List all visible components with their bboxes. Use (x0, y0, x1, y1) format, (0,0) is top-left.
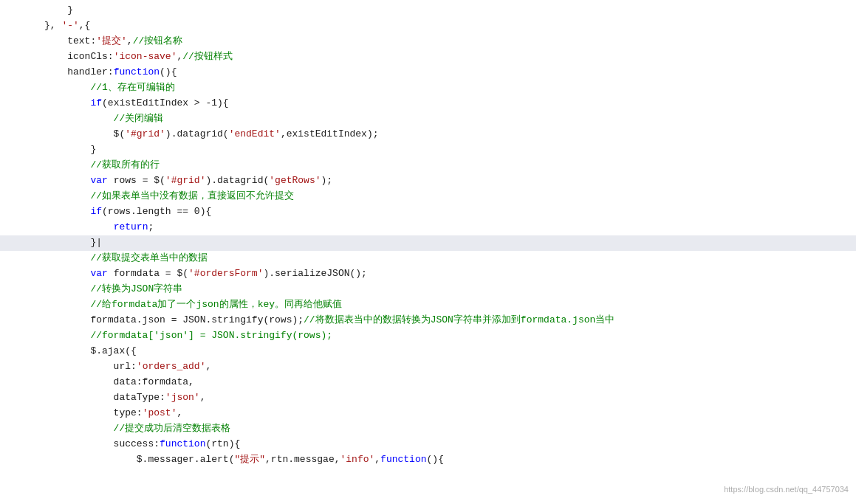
code-content: if(rows.length == 0){ (44, 204, 856, 220)
code-content: //转换为JSON字符串 (44, 282, 856, 297)
watermark: https://blog.csdn.net/qq_44757034 (724, 483, 849, 497)
code-line: //关闭编辑 (0, 111, 856, 127)
code-line: } (0, 3, 856, 18)
code-content: //关闭编辑 (44, 111, 856, 127)
code-line: handler:function(){ (0, 65, 856, 80)
code-line: type:'post', (0, 406, 856, 421)
code-content: data:formdata, (44, 375, 856, 390)
code-content: } (44, 3, 856, 18)
code-content: if(existEditIndex > -1){ (44, 96, 856, 111)
code-line: var rows = $('#grid').datagrid('getRows'… (0, 173, 856, 189)
code-line: if(rows.length == 0){ (0, 204, 856, 220)
code-content: //获取提交表单当中的数据 (44, 251, 856, 266)
code-line: }| (0, 235, 856, 251)
code-line: success:function(rtn){ (0, 437, 856, 452)
code-line: text:'提交',//按钮名称 (0, 34, 856, 49)
code-editor: }}, '-',{ text:'提交',//按钮名称 iconCls:'icon… (0, 0, 856, 504)
code-content: $.ajax({ (44, 344, 856, 359)
code-content: formdata.json = JSON.stringify(rows);//将… (44, 313, 856, 328)
code-content: success:function(rtn){ (44, 437, 856, 452)
code-line: return; (0, 220, 856, 235)
code-line: if(existEditIndex > -1){ (0, 96, 856, 111)
code-content: }| (44, 235, 856, 251)
code-line: $.messager.alert("提示",rtn.messgae,'info'… (0, 452, 856, 468)
code-line: //给formdata加了一个json的属性，key。同再给他赋值 (0, 297, 856, 313)
code-content: //给formdata加了一个json的属性，key。同再给他赋值 (44, 297, 856, 313)
code-content: $.messager.alert("提示",rtn.messgae,'info'… (44, 452, 856, 468)
code-line: $('#grid').datagrid('endEdit',existEditI… (0, 127, 856, 142)
code-line: } (0, 142, 856, 158)
code-line: url:'orders_add', (0, 359, 856, 375)
code-content: var formdata = $('#ordersForm').serializ… (44, 266, 856, 282)
code-content: }, '-',{ (44, 18, 856, 34)
code-line: //获取提交表单当中的数据 (0, 251, 856, 266)
code-content: //1、存在可编辑的 (44, 80, 856, 96)
code-content: return; (44, 220, 856, 235)
code-content: //formdata['json'] = JSON.stringify(rows… (44, 328, 856, 344)
code-content: } (44, 142, 856, 158)
code-line: data:formdata, (0, 375, 856, 390)
code-line: //formdata['json'] = JSON.stringify(rows… (0, 328, 856, 344)
code-line: formdata.json = JSON.stringify(rows);//将… (0, 313, 856, 328)
code-line: $.ajax({ (0, 344, 856, 359)
code-content: iconCls:'icon-save',//按钮样式 (44, 49, 856, 65)
code-line: //如果表单当中没有数据，直接返回不允许提交 (0, 189, 856, 204)
code-content: //如果表单当中没有数据，直接返回不允许提交 (44, 189, 856, 204)
code-line: //1、存在可编辑的 (0, 80, 856, 96)
code-content: //获取所有的行 (44, 158, 856, 173)
code-line: //提交成功后清空数据表格 (0, 421, 856, 437)
code-line: }, '-',{ (0, 18, 856, 34)
code-content: url:'orders_add', (44, 359, 856, 375)
code-line: iconCls:'icon-save',//按钮样式 (0, 49, 856, 65)
code-content: //提交成功后清空数据表格 (44, 421, 856, 437)
code-line: //获取所有的行 (0, 158, 856, 173)
code-content: dataType:'json', (44, 390, 856, 406)
code-line: var formdata = $('#ordersForm').serializ… (0, 266, 856, 282)
code-content: $('#grid').datagrid('endEdit',existEditI… (44, 127, 856, 142)
code-line: //转换为JSON字符串 (0, 282, 856, 297)
code-line: dataType:'json', (0, 390, 856, 406)
code-content: var rows = $('#grid').datagrid('getRows'… (44, 173, 856, 189)
code-content: type:'post', (44, 406, 856, 421)
code-content: text:'提交',//按钮名称 (44, 34, 856, 49)
code-content: handler:function(){ (44, 65, 856, 80)
